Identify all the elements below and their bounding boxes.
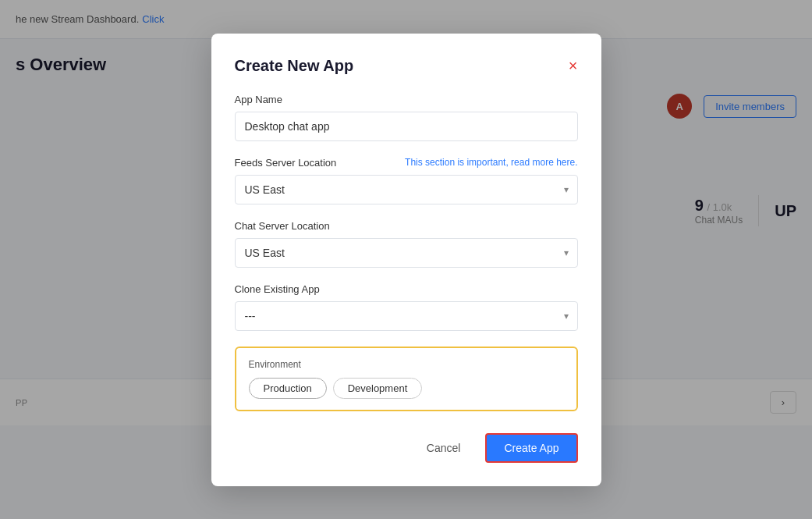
feeds-server-field-group: Feeds Server Location This section is im… [235,157,578,204]
modal-footer: Cancel Create App [235,433,578,463]
chat-server-field-group: Chat Server Location US East US West EU … [235,220,578,268]
app-name-field-group: App Name [235,94,578,141]
cancel-button[interactable]: Cancel [414,435,473,460]
feeds-server-select-wrap: US East US West EU West AP Southeast ▾ [235,175,578,204]
feeds-server-label: Feeds Server Location [235,157,337,169]
environment-buttons: Production Development [249,378,564,399]
environment-development-button[interactable]: Development [333,378,423,399]
create-app-modal: Create New App × App Name Feeds Server L… [211,34,601,486]
app-name-label: App Name [235,94,578,105]
close-button[interactable]: × [569,58,578,73]
clone-app-select-wrap: --- App 1 App 2 ▾ [235,301,578,331]
chat-server-select-wrap: US East US West EU West AP Southeast ▾ [235,238,578,268]
clone-app-label: Clone Existing App [235,283,578,295]
modal-overlay: Create New App × App Name Feeds Server L… [0,0,812,519]
modal-header: Create New App × [235,57,578,75]
environment-production-button[interactable]: Production [249,378,327,399]
environment-section: Environment Production Development [235,347,578,411]
chat-server-select[interactable]: US East US West EU West AP Southeast [235,238,578,268]
clone-app-select[interactable]: --- App 1 App 2 [235,301,578,331]
modal-title: Create New App [235,57,354,75]
app-name-input[interactable] [235,112,578,141]
create-app-button[interactable]: Create App [485,433,577,463]
feeds-server-select[interactable]: US East US West EU West AP Southeast [235,175,578,204]
clone-app-field-group: Clone Existing App --- App 1 App 2 ▾ [235,283,578,331]
feeds-important-note[interactable]: This section is important, read more her… [405,157,577,168]
environment-label: Environment [249,359,564,370]
chat-server-label: Chat Server Location [235,220,578,232]
